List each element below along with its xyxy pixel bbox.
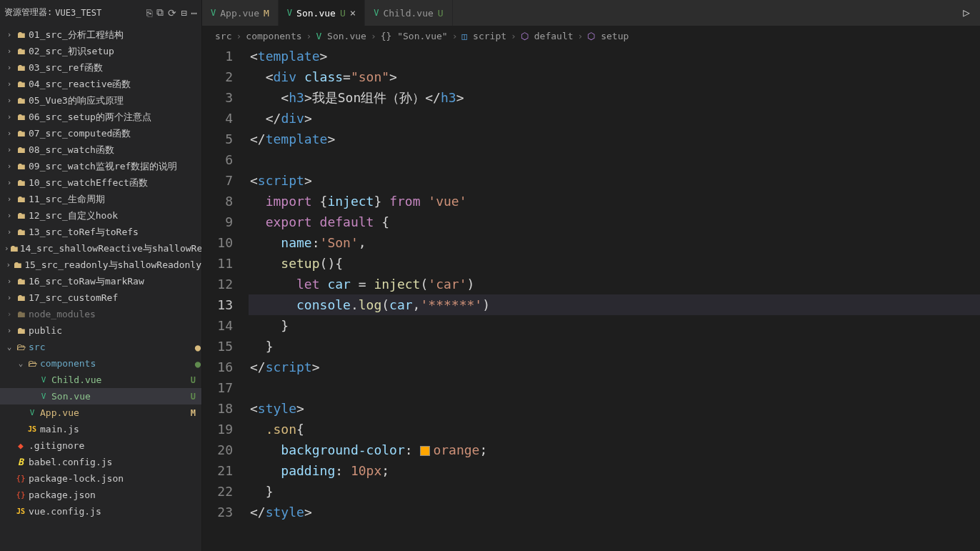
folder-item[interactable]: ›🖿node_modules — [0, 306, 201, 322]
folder-item[interactable]: ›🖿16_src_toRaw与markRaw — [0, 273, 201, 289]
folder-item[interactable]: ›🖿03_src_ref函数 — [0, 59, 201, 76]
js-icon: JS — [14, 507, 27, 515]
vue-icon: V — [211, 8, 216, 18]
file-label: package-lock.json — [29, 473, 201, 484]
file-label: main.js — [40, 424, 201, 435]
breadcrumb-separator: › — [511, 31, 516, 41]
folder-item[interactable]: ⌄🗁components● — [0, 355, 201, 372]
folder-icon: 🖿 — [9, 243, 19, 254]
folder-item[interactable]: ›🖿09_src_watch监视ref数据的说明 — [0, 158, 201, 174]
file-item[interactable]: JSmain.js — [0, 421, 201, 437]
file-item[interactable]: ◆.gitignore — [0, 437, 201, 454]
tab-git-status: M — [264, 8, 269, 19]
new-file-icon[interactable]: ⎘ — [146, 7, 152, 19]
breadcrumb-separator: › — [371, 31, 376, 41]
chevron-icon: › — [4, 96, 14, 105]
chevron-icon: › — [4, 145, 14, 154]
file-label: 11_src_生命周期 — [29, 193, 201, 206]
breadcrumb-separator: › — [578, 31, 584, 41]
editor-tab[interactable]: VApp.vueM — [202, 0, 279, 26]
file-label: node_modules — [29, 309, 201, 319]
folder-item[interactable]: ›🖿14_src_shallowReactive与shallowRef — [0, 240, 201, 257]
file-label: 17_src_customRef — [29, 292, 201, 303]
folder-icon: 🖿 — [14, 227, 27, 237]
file-item[interactable]: VApp.vueM — [0, 404, 201, 421]
breadcrumb-segment[interactable]: src — [215, 31, 231, 41]
file-label: 02_src_初识setup — [29, 45, 201, 58]
breadcrumb-segment[interactable]: components — [246, 31, 301, 41]
file-item[interactable]: VSon.vueU — [0, 388, 201, 404]
breadcrumb-segment[interactable]: ⬡ default — [521, 31, 574, 41]
json-icon: {} — [14, 474, 27, 483]
folder-item[interactable]: ›🖿06_src_setup的两个注意点 — [0, 109, 201, 125]
chevron-icon: › — [4, 162, 14, 171]
folder-icon: 🖿 — [14, 309, 27, 319]
editor-tab[interactable]: VSon.vueU× — [279, 0, 365, 26]
file-label: .gitignore — [29, 440, 201, 451]
breadcrumb: src›components›V Son.vue›{} "Son.vue"›◫ … — [202, 26, 980, 46]
chevron-icon: › — [4, 211, 14, 220]
folder-item[interactable]: ›🖿15_src_readonly与shallowReadonly — [0, 257, 201, 273]
new-folder-icon[interactable]: ⧉ — [156, 6, 164, 19]
folder-item[interactable]: ›🖿12_src_自定义hook — [0, 207, 201, 224]
file-item[interactable]: {}package.json — [0, 487, 201, 503]
sidebar-header: 资源管理器: VUE3_TEST ⎘ ⧉ ⟳ ⊟ ⋯ — [0, 0, 201, 25]
file-item[interactable]: JSvue.config.js — [0, 503, 201, 520]
code-editor[interactable]: 1234567891011121314151617181920212223 <t… — [202, 46, 980, 551]
folder-icon: 🖿 — [14, 46, 27, 56]
babel-icon: B — [14, 457, 27, 467]
run-icon[interactable]: ▷ — [963, 6, 970, 19]
file-label: vue.config.js — [29, 506, 201, 517]
file-item[interactable]: {}package-lock.json — [0, 470, 201, 487]
file-item[interactable]: VChild.vueU — [0, 372, 201, 388]
collapse-icon[interactable]: ⊟ — [181, 7, 186, 19]
folder-item[interactable]: ›🖿10_src_watchEffect函数 — [0, 174, 201, 191]
breadcrumb-segment[interactable]: ◫ script — [461, 31, 506, 41]
refresh-icon[interactable]: ⟳ — [168, 7, 176, 19]
chevron-icon: › — [4, 79, 14, 89]
folder-item[interactable]: ›🖿08_src_watch函数 — [0, 142, 201, 158]
file-item[interactable]: Bbabel.config.js — [0, 454, 201, 470]
chevron-icon: › — [4, 194, 14, 204]
folder-item[interactable]: ›🖿11_src_生命周期 — [0, 191, 201, 207]
folder-icon: 🖿 — [14, 95, 27, 106]
folder-item[interactable]: ›🖿01_src_分析工程结构 — [0, 26, 201, 43]
close-icon[interactable]: × — [350, 7, 356, 19]
folder-item[interactable]: ›🖿07_src_computed函数 — [0, 125, 201, 142]
folder-item[interactable]: ›🖿04_src_reactive函数 — [0, 76, 201, 92]
code-content[interactable]: <template> <div class="son"> <h3>我是Son组件… — [249, 46, 980, 551]
folder-icon: 🖿 — [14, 144, 27, 155]
file-label: 16_src_toRaw与markRaw — [29, 275, 201, 288]
folder-item[interactable]: ›🖿02_src_初识setup — [0, 43, 201, 59]
git-status: U — [190, 392, 201, 402]
file-label: 13_src_toRef与toRefs — [29, 226, 201, 239]
tab-label: Child.vue — [383, 8, 433, 19]
folder-item[interactable]: ›🖿17_src_customRef — [0, 289, 201, 306]
tab-label: App.vue — [220, 8, 259, 19]
chevron-icon: › — [4, 178, 14, 187]
chevron-icon: › — [4, 129, 14, 138]
chevron-icon: › — [4, 63, 14, 72]
chevron-icon: › — [4, 260, 12, 269]
file-label: 01_src_分析工程结构 — [29, 29, 201, 41]
breadcrumb-separator: › — [306, 31, 312, 41]
breadcrumb-segment[interactable]: ⬡ setup — [587, 31, 629, 41]
file-label: 06_src_setup的两个注意点 — [29, 111, 201, 124]
explorer-label: 资源管理器: — [4, 6, 52, 19]
file-label: package.json — [29, 490, 201, 500]
folder-item[interactable]: ⌄🗁src● — [0, 339, 201, 355]
folder-open-icon: 🗁 — [14, 342, 27, 352]
breadcrumb-segment[interactable]: {} "Son.vue" — [381, 31, 448, 41]
file-label: 08_src_watch函数 — [29, 144, 201, 157]
breadcrumb-separator: › — [236, 31, 241, 41]
folder-item[interactable]: ›🖿13_src_toRef与toRefs — [0, 224, 201, 240]
breadcrumb-segment[interactable]: V Son.vue — [316, 31, 366, 41]
breadcrumb-separator: › — [452, 31, 458, 41]
folder-item[interactable]: ›🖿public — [0, 322, 201, 339]
chevron-icon: › — [4, 244, 9, 253]
folder-item[interactable]: ›🖿05_Vue3的响应式原理 — [0, 92, 201, 109]
folder-icon: 🖿 — [14, 210, 27, 221]
editor-tab[interactable]: VChild.vueU — [365, 0, 453, 26]
more-icon[interactable]: ⋯ — [191, 7, 197, 19]
folder-icon: 🖿 — [14, 111, 27, 122]
